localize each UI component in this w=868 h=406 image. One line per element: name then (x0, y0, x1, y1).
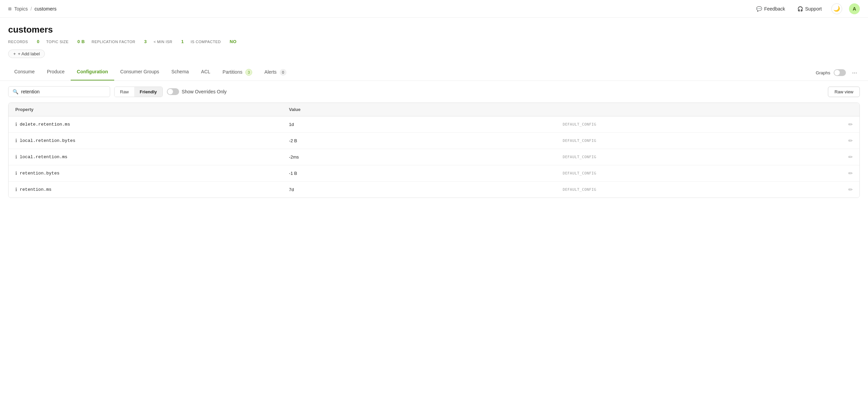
edit-button[interactable]: ✏ (848, 170, 853, 177)
property-name: retention.ms (20, 187, 52, 192)
property-cell: ℹ retention.bytes (15, 170, 289, 176)
value-cell: -2 B (289, 138, 562, 143)
tabs-row: Consume Produce Configuration Consumer G… (0, 65, 868, 81)
config-badge: DEFAULT_CONFIG (563, 187, 836, 192)
min-isr-value: 1 (181, 39, 184, 44)
table-row: ℹ local.retention.bytes -2 B DEFAULT_CON… (8, 133, 860, 149)
info-icon[interactable]: ℹ (15, 122, 17, 127)
search-input[interactable] (21, 89, 106, 94)
edit-button[interactable]: ✏ (848, 121, 853, 128)
property-cell: ℹ delete.retention.ms (15, 122, 289, 127)
raw-view-toggle-button[interactable]: Raw (115, 87, 134, 97)
support-button[interactable]: 🎧 Support (795, 5, 824, 13)
overrides-switch[interactable] (167, 88, 179, 95)
tab-consume[interactable]: Consume (8, 65, 41, 80)
config-table: Property Value ℹ delete.retention.ms 1d … (8, 103, 860, 198)
add-label-button[interactable]: + + Add label (8, 50, 45, 58)
info-icon[interactable]: ℹ (15, 187, 17, 192)
theme-toggle[interactable]: 🌙 (831, 3, 842, 14)
plus-icon: + (13, 51, 16, 56)
value-cell: -2ms (289, 154, 562, 160)
header-property: Property (15, 107, 289, 112)
property-cell: ℹ local.retention.bytes (15, 138, 289, 144)
tab-configuration[interactable]: Configuration (71, 65, 114, 80)
page-title: customers (8, 24, 860, 35)
header-action (836, 107, 853, 112)
breadcrumb-separator: / (31, 6, 32, 12)
config-badge: DEFAULT_CONFIG (563, 155, 836, 159)
tab-schema[interactable]: Schema (165, 65, 195, 80)
topic-size-value: 0 B (77, 39, 85, 44)
config-badge: DEFAULT_CONFIG (563, 139, 836, 143)
graphs-toggle[interactable] (834, 69, 846, 76)
feedback-button[interactable]: 💬 Feedback (753, 5, 787, 13)
tab-acl[interactable]: ACL (195, 65, 216, 80)
tabs: Consume Produce Configuration Consumer G… (8, 65, 293, 80)
partitions-badge: 3 (245, 69, 252, 76)
property-cell: ℹ local.retention.ms (15, 154, 289, 160)
graphs-toggle-knob (834, 70, 840, 75)
table-row: ℹ retention.ms 7d DEFAULT_CONFIG ✏ (8, 182, 860, 198)
raw-view-button[interactable]: Raw view (828, 87, 860, 97)
stats-row: RECORDS 0 TOPIC SIZE 0 B REPLICATION FAC… (8, 39, 860, 44)
breadcrumb: ⊞ Topics / customers (8, 6, 56, 12)
is-compacted-value: NO (230, 39, 237, 44)
is-compacted-label: IS COMPACTED (191, 40, 221, 44)
value-cell: 7d (289, 187, 562, 192)
property-name: delete.retention.ms (20, 122, 70, 127)
friendly-view-toggle-button[interactable]: Friendly (134, 87, 162, 97)
property-name: retention.bytes (20, 171, 59, 176)
table-row: ℹ delete.retention.ms 1d DEFAULT_CONFIG … (8, 116, 860, 133)
more-options-button[interactable]: ··· (849, 68, 860, 78)
grid-icon: ⊞ (8, 6, 12, 11)
property-cell: ℹ retention.ms (15, 187, 289, 192)
header-config (563, 107, 836, 112)
tab-alerts[interactable]: Alerts 0 (258, 65, 293, 80)
value-cell: -1 B (289, 171, 562, 176)
table-container: Property Value ℹ delete.retention.ms 1d … (0, 103, 868, 206)
breadcrumb-topics[interactable]: Topics (14, 6, 28, 12)
value-cell: 1d (289, 122, 562, 127)
topnav-right: 💬 Feedback 🎧 Support 🌙 A (753, 3, 860, 14)
config-badge: DEFAULT_CONFIG (563, 122, 836, 127)
show-overrides-toggle[interactable]: Show Overrides Only (167, 88, 227, 95)
topnav: ⊞ Topics / customers 💬 Feedback 🎧 Suppor… (0, 0, 868, 18)
replication-factor-label: REPLICATION FACTOR (92, 40, 136, 44)
edit-button[interactable]: ✏ (848, 186, 853, 193)
min-isr-label: < MIN ISR (154, 40, 172, 44)
headphones-icon: 🎧 (797, 6, 803, 12)
search-icon: 🔍 (13, 89, 18, 94)
page-header: customers RECORDS 0 TOPIC SIZE 0 B REPLI… (0, 18, 868, 44)
tab-consumer-groups[interactable]: Consumer Groups (114, 65, 165, 80)
graphs-label: Graphs (816, 70, 830, 75)
header-value: Value (289, 107, 562, 112)
edit-button[interactable]: ✏ (848, 154, 853, 160)
tab-produce[interactable]: Produce (41, 65, 71, 80)
table-header: Property Value (8, 103, 860, 116)
info-icon[interactable]: ℹ (15, 170, 17, 176)
info-icon[interactable]: ℹ (15, 154, 17, 160)
records-value: 0 (37, 39, 39, 44)
view-toggle: Raw Friendly (114, 87, 163, 97)
overrides-knob (168, 89, 173, 94)
property-name: local.retention.bytes (20, 138, 75, 143)
records-label: RECORDS (8, 40, 28, 44)
edit-button[interactable]: ✏ (848, 137, 853, 144)
tab-partitions[interactable]: Partitions 3 (216, 65, 258, 80)
search-box: 🔍 (8, 86, 110, 97)
toolbar: 🔍 Raw Friendly Show Overrides Only Raw v… (0, 81, 868, 103)
topic-size-label: TOPIC SIZE (46, 40, 69, 44)
replication-factor-value: 3 (144, 39, 147, 44)
tabs-right: Graphs ··· (816, 68, 860, 78)
avatar[interactable]: A (849, 3, 860, 14)
feedback-icon: 💬 (756, 6, 762, 12)
info-icon[interactable]: ℹ (15, 138, 17, 144)
table-row: ℹ retention.bytes -1 B DEFAULT_CONFIG ✏ (8, 165, 860, 182)
property-name: local.retention.ms (20, 154, 67, 160)
breadcrumb-current: customers (35, 6, 57, 12)
table-row: ℹ local.retention.ms -2ms DEFAULT_CONFIG… (8, 149, 860, 165)
alerts-badge: 0 (280, 69, 287, 76)
config-badge: DEFAULT_CONFIG (563, 171, 836, 176)
